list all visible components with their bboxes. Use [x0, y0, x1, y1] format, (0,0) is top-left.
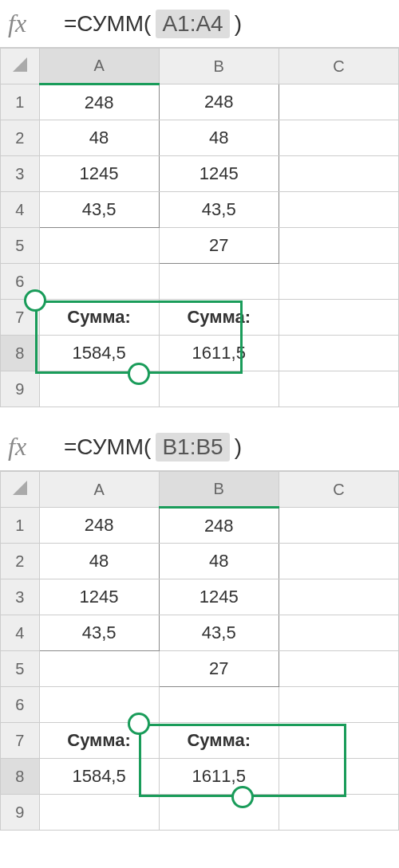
- cell-C1[interactable]: [279, 508, 398, 544]
- col-header-B[interactable]: B: [159, 49, 279, 84]
- cell-A6[interactable]: [39, 264, 159, 300]
- cell-B1[interactable]: 248: [159, 84, 279, 120]
- row-header-9[interactable]: 9: [1, 795, 40, 831]
- cell-C4[interactable]: [279, 615, 398, 651]
- cell-A8[interactable]: 1584,5: [39, 759, 159, 795]
- cell-C6[interactable]: [279, 687, 398, 723]
- cell-B3[interactable]: 1245: [159, 156, 279, 192]
- selection-handle-bottom-right[interactable]: [231, 786, 254, 808]
- cell-B7[interactable]: Сумма:: [159, 300, 279, 336]
- row-header-6[interactable]: 6: [1, 687, 40, 723]
- select-all-corner[interactable]: [1, 472, 40, 508]
- selection-handle-top-left[interactable]: [24, 289, 46, 312]
- cell-A9[interactable]: [39, 795, 159, 831]
- formula-bar: fx =СУММ( B1:B5 ): [0, 423, 399, 471]
- row-header-7[interactable]: 7: [1, 723, 40, 759]
- row-header-8[interactable]: 8: [1, 759, 40, 795]
- grid: A B C 1 248 248 2 48 48 3 1245 1245 4 43…: [0, 48, 399, 407]
- cell-B8[interactable]: 1611,5: [159, 336, 279, 371]
- cell-A3[interactable]: 1245: [39, 579, 159, 615]
- cell-C9[interactable]: [279, 371, 398, 407]
- selection-handle-bottom-right[interactable]: [128, 363, 150, 385]
- cell-C5[interactable]: [279, 651, 398, 687]
- formula-range: B1:B5: [156, 433, 229, 461]
- selection-handle-top-left[interactable]: [128, 713, 150, 735]
- spreadsheet-panel-2: fx =СУММ( B1:B5 ) A B C 1 248 248 2 48 4…: [0, 423, 399, 831]
- cell-A1[interactable]: 248: [39, 508, 159, 544]
- col-header-B[interactable]: B: [159, 472, 279, 508]
- cell-B2[interactable]: 48: [159, 120, 279, 156]
- formula-input[interactable]: =СУММ( B1:B5 ): [64, 433, 242, 461]
- formula-prefix: =СУММ(: [64, 11, 151, 37]
- fx-icon[interactable]: fx: [8, 9, 48, 38]
- cell-A7[interactable]: Сумма:: [39, 300, 159, 336]
- row-header-2[interactable]: 2: [1, 120, 40, 156]
- cell-B9[interactable]: [159, 795, 279, 831]
- cell-B6[interactable]: [159, 687, 279, 723]
- fx-icon[interactable]: fx: [8, 432, 48, 461]
- formula-range: A1:A4: [156, 10, 229, 38]
- cell-B3[interactable]: 1245: [159, 579, 279, 615]
- formula-input[interactable]: =СУММ( A1:A4 ): [64, 10, 242, 38]
- cell-C2[interactable]: [279, 544, 398, 579]
- cell-C2[interactable]: [279, 120, 398, 156]
- col-header-C[interactable]: C: [279, 49, 398, 84]
- col-header-A[interactable]: A: [39, 49, 159, 84]
- cell-A4[interactable]: 43,5: [39, 615, 159, 651]
- cell-B2[interactable]: 48: [159, 544, 279, 579]
- row-header-3[interactable]: 3: [1, 579, 40, 615]
- formula-prefix: =СУММ(: [64, 434, 151, 460]
- spreadsheet-panel-1: fx =СУММ( A1:A4 ) A B C 1 248 248 2 48 4…: [0, 0, 399, 407]
- cell-A2[interactable]: 48: [39, 120, 159, 156]
- row-header-9[interactable]: 9: [1, 371, 40, 407]
- row-header-5[interactable]: 5: [1, 651, 40, 687]
- cell-B6[interactable]: [159, 264, 279, 300]
- formula-bar: fx =СУММ( A1:A4 ): [0, 0, 399, 48]
- cell-A3[interactable]: 1245: [39, 156, 159, 192]
- cell-B5[interactable]: 27: [159, 228, 279, 264]
- select-all-corner[interactable]: [1, 49, 40, 84]
- cell-C1[interactable]: [279, 84, 398, 120]
- row-header-2[interactable]: 2: [1, 544, 40, 579]
- cell-B9[interactable]: [159, 371, 279, 407]
- row-header-1[interactable]: 1: [1, 84, 40, 120]
- cell-C3[interactable]: [279, 156, 398, 192]
- cell-C4[interactable]: [279, 192, 398, 228]
- cell-A2[interactable]: 48: [39, 544, 159, 579]
- col-header-A[interactable]: A: [39, 472, 159, 508]
- cell-B1[interactable]: 248: [159, 508, 279, 544]
- cell-A5[interactable]: [39, 651, 159, 687]
- cell-C7[interactable]: [279, 300, 398, 336]
- cell-C8[interactable]: [279, 336, 398, 371]
- cell-B5[interactable]: 27: [159, 651, 279, 687]
- row-header-5[interactable]: 5: [1, 228, 40, 264]
- grid: A B C 1 248 248 2 48 48 3 1245 1245 4 43…: [0, 471, 399, 831]
- row-header-1[interactable]: 1: [1, 508, 40, 544]
- cell-C5[interactable]: [279, 228, 398, 264]
- cell-B8[interactable]: 1611,5: [159, 759, 279, 795]
- cell-B4[interactable]: 43,5: [159, 192, 279, 228]
- cell-C8[interactable]: [279, 759, 398, 795]
- col-header-C[interactable]: C: [279, 472, 398, 508]
- cell-C6[interactable]: [279, 264, 398, 300]
- cell-C3[interactable]: [279, 579, 398, 615]
- row-header-3[interactable]: 3: [1, 156, 40, 192]
- cell-C9[interactable]: [279, 795, 398, 831]
- row-header-4[interactable]: 4: [1, 192, 40, 228]
- cell-B7[interactable]: Сумма:: [159, 723, 279, 759]
- cell-C7[interactable]: [279, 723, 398, 759]
- row-header-8[interactable]: 8: [1, 336, 40, 371]
- formula-suffix: ): [235, 11, 242, 37]
- cell-A1[interactable]: 248: [39, 84, 159, 120]
- formula-suffix: ): [235, 434, 242, 460]
- cell-A5[interactable]: [39, 228, 159, 264]
- cell-A4[interactable]: 43,5: [39, 192, 159, 228]
- row-header-4[interactable]: 4: [1, 615, 40, 651]
- cell-B4[interactable]: 43,5: [159, 615, 279, 651]
